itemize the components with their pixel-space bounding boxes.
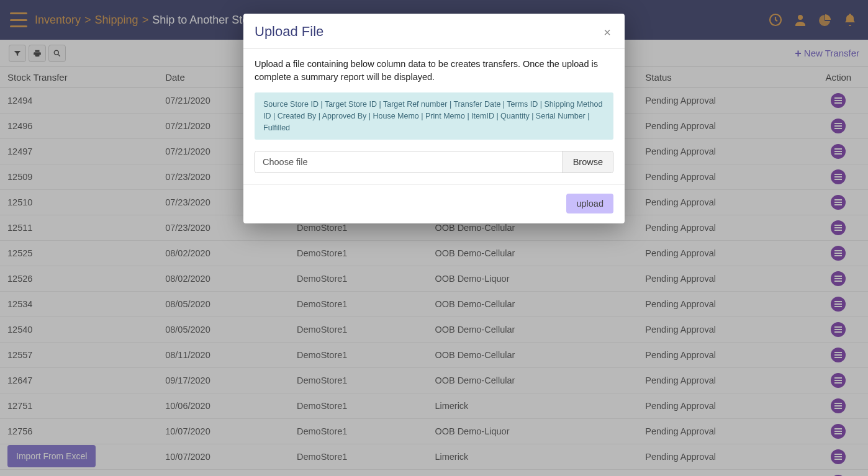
- columns-hint: Source Store ID | Target Store ID | Targ…: [255, 92, 613, 140]
- modal-body: Upload a file containing below column da…: [243, 49, 625, 184]
- browse-button[interactable]: Browse: [563, 151, 613, 173]
- modal-header: Upload File ×: [243, 14, 625, 49]
- upload-button[interactable]: upload: [566, 194, 613, 213]
- upload-file-modal: Upload File × Upload a file containing b…: [243, 14, 625, 223]
- modal-description: Upload a file containing below column da…: [255, 58, 613, 84]
- modal-title: Upload File: [255, 24, 323, 40]
- file-picker-label: Choose file: [255, 151, 563, 173]
- modal-footer: upload: [243, 184, 625, 223]
- file-picker[interactable]: Choose file Browse: [255, 151, 613, 173]
- close-icon[interactable]: ×: [601, 24, 613, 41]
